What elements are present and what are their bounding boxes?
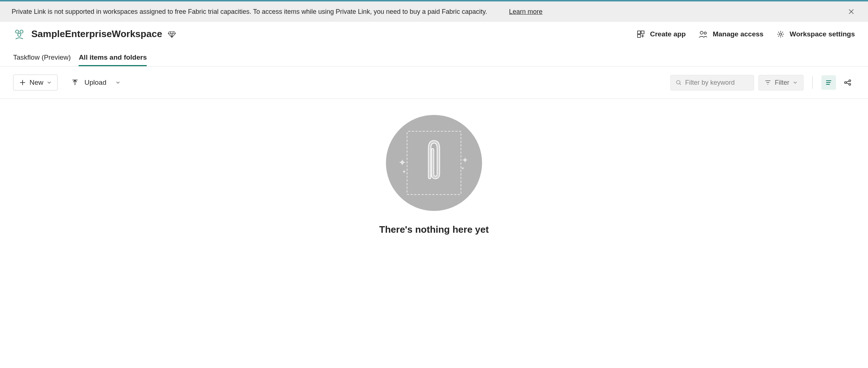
svg-point-9	[676, 80, 680, 84]
tab-taskflow[interactable]: Taskflow (Preview)	[13, 50, 71, 66]
svg-point-7	[704, 32, 706, 34]
upload-icon	[71, 79, 79, 86]
filter-search-container[interactable]	[670, 75, 754, 91]
chevron-down-icon	[47, 80, 51, 85]
tab-all-items[interactable]: All items and folders	[79, 50, 147, 66]
paperclip-icon	[423, 137, 445, 188]
filter-input[interactable]	[685, 79, 749, 87]
sparkle-icon: ✦	[462, 156, 468, 165]
svg-point-0	[16, 30, 19, 33]
filter-button[interactable]: Filter	[758, 75, 804, 91]
diamond-icon	[168, 30, 176, 38]
toolbar-divider	[812, 76, 813, 89]
info-banner: Private Link is not supported in workspa…	[0, 1, 868, 22]
upload-button-label: Upload	[84, 79, 106, 87]
svg-rect-5	[638, 35, 640, 37]
filter-button-label: Filter	[775, 79, 789, 87]
svg-point-2	[18, 33, 21, 36]
svg-point-12	[849, 84, 851, 85]
banner-close-button[interactable]	[846, 7, 856, 17]
lineage-view-toggle[interactable]	[840, 75, 855, 90]
plus-icon	[19, 79, 26, 86]
header-actions: Create app Manage access Workspace setti…	[637, 30, 855, 38]
new-button[interactable]: New	[13, 75, 58, 91]
lineage-icon	[844, 79, 852, 86]
sparkle-icon: ✦	[402, 169, 406, 175]
banner-message: Private Link is not supported in workspa…	[12, 8, 487, 16]
svg-point-6	[700, 31, 703, 34]
toolbar: New Upload Filter	[0, 67, 868, 99]
svg-rect-4	[641, 31, 644, 34]
sparkle-icon: ✦	[398, 157, 406, 168]
create-app-button[interactable]: Create app	[637, 30, 686, 38]
list-icon	[825, 79, 832, 86]
close-icon	[848, 9, 854, 15]
create-app-label: Create app	[650, 30, 686, 38]
svg-point-8	[780, 33, 782, 35]
empty-state-title: There's nothing here yet	[379, 224, 489, 235]
upload-button[interactable]: Upload	[67, 75, 125, 90]
workspace-header: SampleEnterpriseWorkspace Create app Man…	[0, 22, 868, 40]
workspace-title-text: SampleEnterpriseWorkspace	[31, 28, 162, 40]
new-button-label: New	[29, 79, 43, 87]
svg-rect-3	[638, 31, 640, 34]
sparkle-icon: ✦	[461, 166, 465, 171]
search-icon	[676, 79, 682, 86]
empty-illustration: ✦ ✦ ✦ ✦	[386, 115, 482, 211]
workspace-people-icon	[13, 29, 25, 40]
gear-icon	[777, 30, 785, 38]
list-view-toggle[interactable]	[821, 75, 836, 90]
manage-access-button[interactable]: Manage access	[699, 30, 763, 38]
manage-access-label: Manage access	[713, 30, 763, 38]
empty-state: ✦ ✦ ✦ ✦ There's nothing here yet	[0, 99, 868, 235]
tabs-bar: Taskflow (Preview) All items and folders	[0, 50, 868, 67]
svg-point-10	[845, 82, 847, 84]
app-grid-icon	[637, 30, 645, 38]
filter-icon	[765, 79, 771, 86]
people-icon	[699, 30, 707, 38]
workspace-settings-label: Workspace settings	[790, 30, 855, 38]
svg-point-1	[20, 30, 23, 33]
chevron-down-icon	[793, 80, 797, 85]
workspace-title: SampleEnterpriseWorkspace	[13, 28, 176, 40]
toolbar-right: Filter	[670, 75, 855, 91]
chevron-down-icon	[116, 80, 120, 85]
workspace-settings-button[interactable]: Workspace settings	[777, 30, 855, 38]
learn-more-link[interactable]: Learn more	[509, 8, 542, 16]
svg-point-11	[849, 80, 851, 82]
